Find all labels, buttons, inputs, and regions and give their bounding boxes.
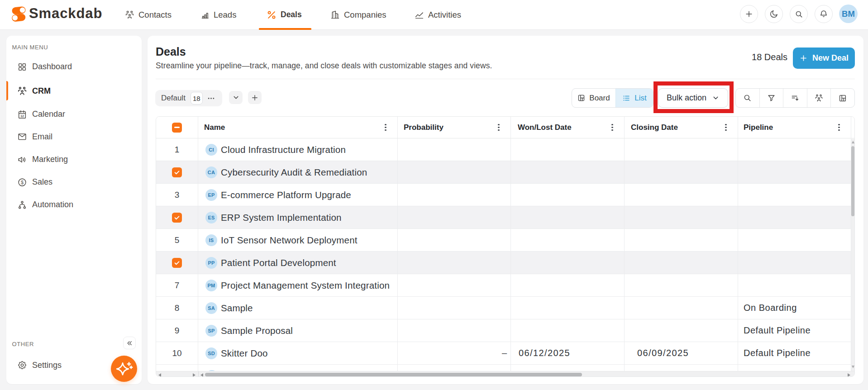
svg-text:12: 12 <box>20 114 24 117</box>
svg-text:$: $ <box>21 179 24 185</box>
